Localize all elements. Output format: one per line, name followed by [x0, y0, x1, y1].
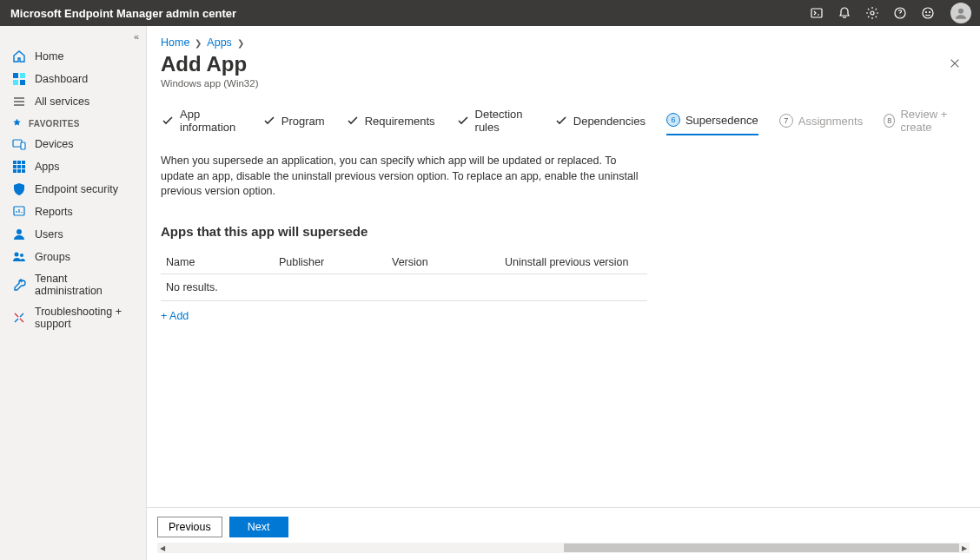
check-icon [554, 114, 568, 128]
settings-icon[interactable] [865, 6, 879, 20]
sidebar-item-all-services[interactable]: All services [0, 90, 146, 113]
horizontal-scrollbar[interactable]: ◀ ▶ [157, 543, 970, 553]
no-results-text: No results. [166, 281, 218, 293]
group-icon [12, 250, 26, 264]
sidebar-item-label: Apps [35, 161, 60, 173]
step-number-icon: 8 [884, 114, 895, 128]
footer: Previous Next ◀ ▶ [147, 507, 980, 560]
notifications-icon[interactable] [838, 6, 851, 20]
next-button[interactable]: Next [229, 517, 288, 537]
shield-icon [12, 182, 26, 196]
svg-rect-10 [20, 80, 25, 85]
topbar-title: Microsoft Endpoint Manager admin center [10, 7, 236, 20]
wizard-step-review-create[interactable]: 8 Review + create [884, 108, 966, 141]
favorites-header: FAVORITES [0, 113, 146, 133]
svg-rect-0 [811, 9, 822, 17]
col-version: Version [392, 256, 505, 268]
check-icon [456, 114, 470, 128]
step-number-icon: 6 [666, 113, 680, 127]
content: Home ❯ Apps ❯ Add App Windows app (Win32… [147, 26, 980, 560]
scroll-left-icon[interactable]: ◀ [157, 543, 168, 553]
wizard-step-dependencies[interactable]: Dependencies [554, 114, 646, 135]
wizard-steps: App information Program Requirements Det… [161, 108, 966, 142]
wrench-icon [12, 278, 26, 292]
wizard-step-requirements[interactable]: Requirements [346, 114, 435, 135]
sidebar-item-label: Troubleshooting + support [35, 306, 137, 330]
wizard-step-app-information[interactable]: App information [161, 108, 242, 141]
chevron-right-icon: ❯ [195, 38, 202, 48]
wizard-step-label: App information [180, 108, 242, 134]
wizard-step-label: Dependencies [573, 115, 646, 128]
svg-rect-9 [13, 80, 18, 85]
avatar[interactable] [950, 3, 971, 23]
svg-point-1 [871, 11, 874, 15]
svg-point-25 [20, 254, 23, 257]
breadcrumb-apps[interactable]: Apps [207, 36, 232, 49]
previous-button[interactable]: Previous [157, 517, 222, 537]
cloud-shell-icon[interactable] [810, 6, 824, 20]
sidebar-item-label: Devices [35, 138, 73, 150]
feedback-icon[interactable] [921, 6, 935, 20]
sidebar-item-groups[interactable]: Groups [0, 246, 146, 268]
scroll-right-icon[interactable]: ▶ [959, 543, 970, 553]
devices-icon [12, 137, 26, 151]
wizard-step-supersedence[interactable]: 6 Supersedence [666, 113, 758, 135]
sidebar-item-dashboard[interactable]: Dashboard [0, 68, 146, 90]
sidebar-item-devices[interactable]: Devices [0, 133, 146, 155]
svg-point-4 [926, 12, 927, 13]
svg-rect-21 [22, 169, 25, 173]
breadcrumb-home[interactable]: Home [161, 36, 189, 49]
sidebar-item-label: Tenant administration [35, 273, 137, 297]
breadcrumb: Home ❯ Apps ❯ [147, 26, 980, 52]
svg-point-6 [958, 9, 963, 14]
svg-rect-17 [17, 165, 21, 168]
sidebar-item-apps[interactable]: Apps [0, 155, 146, 178]
sidebar-item-reports[interactable]: Reports [0, 201, 146, 223]
scroll-track[interactable] [168, 544, 959, 552]
apps-icon [12, 160, 26, 174]
check-icon [161, 114, 175, 128]
sidebar-item-label: Dashboard [35, 73, 88, 85]
svg-rect-19 [13, 169, 17, 173]
help-icon[interactable] [893, 6, 907, 20]
sidebar-item-users[interactable]: Users [0, 223, 146, 246]
scroll-thumb[interactable] [564, 544, 960, 552]
wizard-step-label: Detection rules [475, 108, 533, 134]
wizard-step-detection-rules[interactable]: Detection rules [456, 108, 533, 141]
col-name: Name [166, 256, 279, 268]
wizard-step-program[interactable]: Program [262, 114, 325, 135]
svg-point-5 [930, 12, 930, 13]
sidebar-item-home[interactable]: Home [0, 45, 146, 68]
svg-rect-18 [22, 165, 25, 168]
step-description: When you supersede an application, you c… [161, 154, 647, 200]
topbar: Microsoft Endpoint Manager admin center [0, 0, 980, 26]
wizard-step-label: Assignments [798, 115, 863, 128]
check-icon [346, 114, 360, 128]
sidebar-item-label: Endpoint security [35, 183, 118, 195]
svg-rect-16 [13, 165, 17, 168]
star-icon [12, 118, 22, 129]
svg-rect-7 [13, 73, 18, 78]
step-number-icon: 7 [779, 114, 793, 128]
sidebar-item-label: Home [35, 50, 63, 63]
sidebar-item-tenant-admin[interactable]: Tenant administration [0, 268, 146, 301]
sidebar-item-troubleshooting[interactable]: Troubleshooting + support [0, 301, 146, 334]
sidebar-item-label: All services [35, 96, 89, 108]
add-link[interactable]: + Add [161, 310, 966, 322]
collapse-sidebar-icon[interactable]: « [134, 31, 139, 42]
wizard-step-label: Review + create [900, 108, 966, 134]
dashboard-icon [12, 72, 26, 86]
all-services-icon [12, 95, 26, 109]
svg-point-3 [923, 8, 933, 18]
page-title: Add App [161, 52, 258, 76]
wizard-step-label: Requirements [365, 115, 435, 128]
svg-rect-15 [22, 161, 25, 164]
close-icon[interactable] [944, 52, 966, 78]
sidebar-item-label: Reports [35, 206, 73, 218]
sidebar-item-label: Groups [35, 251, 70, 263]
supersede-table: Name Publisher Version Uninstall previou… [161, 251, 647, 301]
wizard-step-assignments[interactable]: 7 Assignments [779, 114, 863, 135]
sidebar-item-endpoint-security[interactable]: Endpoint security [0, 178, 146, 201]
user-icon [12, 227, 26, 241]
topbar-icons [810, 6, 935, 20]
